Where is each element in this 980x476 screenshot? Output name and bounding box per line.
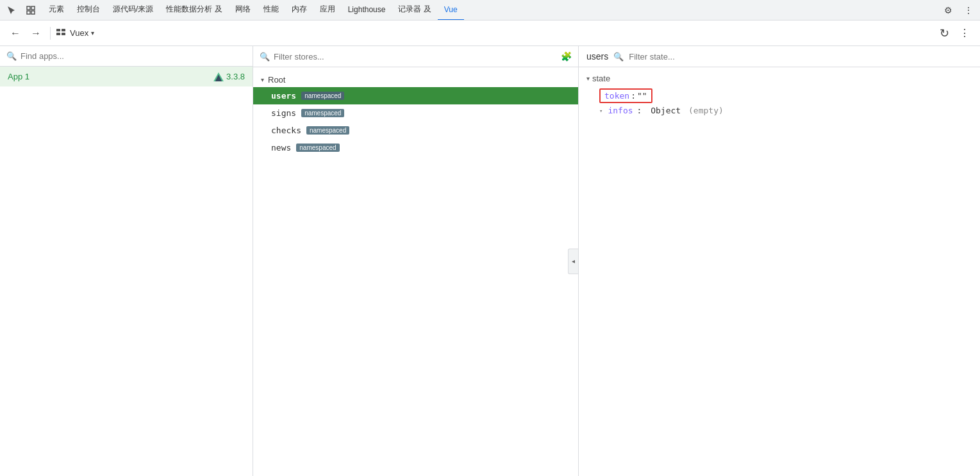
token-colon: : [631, 91, 636, 101]
puzzle-icon[interactable]: 🧩 [561, 51, 572, 62]
panel-right-header: users 🔍 [579, 46, 980, 67]
tab-bar: 元素 控制台 源代码/来源 性能数据分析 及 网络 性能 内存 应用 Light… [0, 0, 980, 21]
token-value: "" [637, 91, 647, 101]
store-item-checks[interactable]: checks namespaced [253, 122, 578, 139]
tab-performance-insights[interactable]: 性能数据分析 及 [160, 0, 228, 21]
tab-elements[interactable]: 元素 [42, 0, 71, 21]
store-item-news[interactable]: news namespaced [253, 139, 578, 156]
find-apps-search: 🔍 [0, 46, 253, 67]
filter-state-search-icon: 🔍 [613, 52, 624, 62]
tab-recorder[interactable]: 记录器 及 [392, 0, 437, 21]
infos-empty: (empty) [683, 106, 724, 115]
toolbar: ← → Vuex ▾ ↻ ⋮ [0, 21, 980, 46]
store-root: ▾ Root [253, 72, 578, 87]
toolbar-right: ↻ ⋮ [935, 24, 974, 42]
namespaced-badge-checks: namespaced [306, 126, 349, 135]
panel-right: users 🔍 ▾ state token : "" [579, 46, 980, 476]
store-title: users [586, 51, 608, 62]
token-highlight-box: token : "" [599, 88, 652, 103]
stores-list: ▾ Root users namespaced signs namespaced… [253, 67, 578, 476]
panel-left: 🔍 App 1 3.3.8 [0, 46, 253, 476]
store-name-signs: signs [271, 108, 296, 118]
tab-lighthouse[interactable]: Lighthouse [342, 0, 392, 21]
tab-bar-right: ⚙ ⋮ [939, 1, 977, 19]
svg-rect-6 [56, 33, 60, 35]
store-name-checks: checks [271, 126, 301, 135]
back-button[interactable]: ← [6, 24, 24, 42]
cursor-icon-btn[interactable] [3, 1, 21, 19]
namespaced-badge-signs: namespaced [301, 109, 344, 117]
tab-application[interactable]: 应用 [313, 0, 342, 21]
tab-sources[interactable]: 源代码/来源 [106, 0, 160, 21]
refresh-button[interactable]: ↻ [935, 24, 953, 42]
infos-colon: : [637, 106, 642, 115]
tab-vue[interactable]: Vue [438, 0, 464, 21]
token-row: token : "" [599, 88, 972, 103]
store-item-users[interactable]: users namespaced [253, 87, 578, 104]
svg-rect-0 [27, 6, 30, 10]
vuex-text: Vuex [70, 28, 88, 38]
store-name-news: news [271, 143, 291, 152]
state-chevron-icon: ▾ [586, 75, 590, 82]
panel-middle: 🔍 🧩 ▾ Root users namespaced signs namesp… [253, 46, 579, 476]
tab-bar-icons [3, 1, 40, 19]
collapse-handle[interactable]: ◂ [568, 249, 578, 274]
store-item-signs[interactable]: signs namespaced [253, 104, 578, 122]
state-props: token : "" ▾ infos : Object (empty) [586, 88, 972, 115]
vue-logo-icon [213, 72, 224, 81]
root-chevron-icon: ▾ [261, 76, 264, 83]
filter-state-input[interactable] [629, 52, 972, 62]
tab-console[interactable]: 控制台 [71, 0, 106, 21]
more-icon-btn[interactable]: ⋮ [959, 1, 977, 19]
vuex-label: Vuex ▾ [56, 28, 94, 38]
filter-stores-input[interactable] [274, 52, 557, 62]
state-label: state [592, 74, 610, 83]
app-list: App 1 3.3.8 [0, 67, 253, 476]
svg-rect-3 [31, 11, 35, 14]
token-key: token [604, 91, 629, 101]
svg-rect-1 [31, 6, 35, 10]
infos-row: ▾ infos : Object (empty) [599, 106, 972, 115]
tab-network[interactable]: 网络 [229, 0, 257, 21]
svg-rect-4 [56, 29, 60, 31]
tab-performance[interactable]: 性能 [257, 0, 285, 21]
filter-stores-search-icon: 🔍 [260, 52, 270, 62]
app-version-text: 3.3.8 [226, 72, 245, 81]
filter-stores-header: 🔍 🧩 [253, 46, 578, 67]
namespaced-badge-users: namespaced [301, 92, 344, 100]
root-label: Root [268, 75, 285, 85]
vuex-dropdown-arrow[interactable]: ▾ [91, 29, 94, 37]
find-apps-input[interactable] [21, 51, 246, 61]
svg-rect-5 [62, 29, 65, 31]
namespaced-badge-news: namespaced [296, 144, 339, 152]
infos-key: infos [608, 106, 633, 115]
settings-icon-btn[interactable]: ⚙ [939, 1, 957, 19]
app-version: 3.3.8 [213, 72, 245, 81]
store-name-users: users [271, 91, 296, 101]
tab-memory[interactable]: 内存 [285, 0, 313, 21]
infos-chevron-icon: ▾ [599, 108, 602, 114]
svg-rect-7 [62, 33, 65, 35]
app-item[interactable]: App 1 3.3.8 [0, 67, 253, 86]
state-section-header: ▾ state [586, 74, 972, 83]
state-content: ▾ state token : "" ▾ infos : Objec [579, 67, 980, 476]
app-name: App 1 [8, 72, 29, 81]
find-apps-search-icon: 🔍 [6, 51, 17, 61]
infos-type: Object [645, 106, 681, 115]
forward-button[interactable]: → [27, 24, 45, 42]
inspect-icon-btn[interactable] [22, 1, 40, 19]
vuex-grid-icon [56, 28, 67, 38]
svg-rect-2 [27, 11, 30, 14]
toolbar-divider [50, 27, 51, 40]
more-options-button[interactable]: ⋮ [956, 24, 974, 42]
panels: 🔍 App 1 3.3.8 🔍 🧩 [0, 46, 980, 476]
